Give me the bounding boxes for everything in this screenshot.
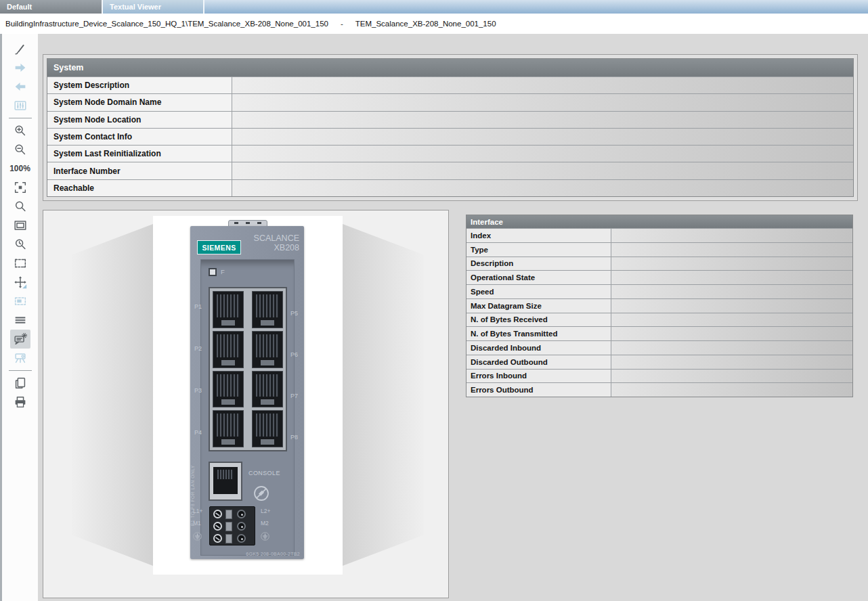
rj45-port (252, 291, 283, 328)
row-value[interactable] (232, 146, 853, 162)
port-label: P3 (194, 387, 202, 394)
tab-separator (203, 0, 204, 14)
breadcrumb-path[interactable]: BuildingInfrastructure_Device_Scalance_1… (5, 20, 328, 28)
layers-list-button[interactable] (10, 311, 30, 330)
zoom-out-button[interactable] (10, 140, 30, 159)
row-value[interactable] (232, 94, 853, 110)
table-row: Index (466, 228, 852, 242)
no-telephone-icon (253, 485, 270, 502)
fault-led (209, 268, 217, 276)
zoom-in-icon (13, 123, 28, 138)
row-label: System Node Domain Name (47, 94, 232, 110)
left-shadow-wing (72, 224, 153, 566)
back-button[interactable] (10, 77, 30, 96)
toolbar-divider (9, 118, 32, 118)
table-row: Description (466, 257, 852, 271)
table-row: Discarded Inbound (466, 340, 852, 355)
rj45-port (252, 371, 283, 408)
row-value[interactable] (611, 229, 852, 242)
pan-resize-button[interactable] (10, 273, 30, 292)
row-label: Reachable (47, 180, 232, 196)
row-value[interactable] (611, 299, 852, 313)
edit-tool-button[interactable] (10, 39, 30, 58)
row-value[interactable] (611, 271, 852, 284)
row-value[interactable] (611, 313, 852, 327)
table-row: Discarded Outbound (466, 355, 852, 369)
rj45-port (213, 371, 244, 408)
breadcrumb-separator: - (341, 20, 343, 28)
table-row: Interface Number (47, 162, 853, 179)
tab-default[interactable]: Default (0, 0, 102, 14)
terminal-label: L1+ (193, 508, 202, 514)
interface-table-body: Index Type Description Operational State (466, 228, 852, 397)
row-value[interactable] (232, 112, 853, 128)
row-value[interactable] (232, 77, 853, 93)
console-label: CONSOLE (248, 470, 280, 476)
magnifier-icon (13, 199, 28, 214)
rj45-port (252, 410, 283, 447)
row-value[interactable] (232, 129, 853, 145)
comment-settings-button[interactable] (10, 330, 30, 349)
right-shadow-wing (343, 224, 424, 566)
table-row: System Node Location (47, 111, 853, 128)
region-select-button[interactable] (10, 292, 30, 311)
row-value[interactable] (611, 383, 852, 397)
interface-table: Interface Index Type Description (466, 215, 853, 397)
zoom-level-indicator[interactable]: 100% (9, 159, 30, 178)
copy-pages-icon (13, 376, 28, 391)
port-label: P6 (290, 351, 298, 358)
row-value[interactable] (611, 327, 852, 340)
search-view-button[interactable] (10, 197, 30, 216)
interface-table-header: Interface (466, 215, 852, 228)
table-row: System Last Reinitialization (47, 145, 853, 162)
row-label: System Last Reinitialization (47, 146, 232, 162)
row-label: Discarded Outbound (466, 355, 611, 369)
row-label: Max Datagram Size (466, 299, 611, 313)
center-view-button[interactable] (10, 178, 30, 197)
row-label: N. of Bytes Received (466, 313, 611, 327)
port-label: P4 (194, 429, 202, 436)
row-value[interactable] (232, 162, 853, 179)
fit-window-button[interactable] (10, 216, 30, 235)
row-value[interactable] (611, 243, 852, 257)
row-label: Interface Number (47, 162, 232, 179)
comment-gear-icon (13, 332, 28, 347)
row-value[interactable] (611, 341, 852, 355)
selection-rect-button[interactable] (10, 254, 30, 273)
terminal-label: M1 (193, 520, 201, 527)
copy-pages-button[interactable] (10, 374, 30, 393)
row-value[interactable] (232, 180, 853, 196)
table-row: System Node Domain Name (47, 93, 853, 110)
print-icon (13, 395, 28, 409)
table-row: N. of Bytes Received (466, 313, 852, 327)
forward-button[interactable] (10, 58, 30, 77)
row-label: Speed (466, 285, 611, 298)
fit-window-icon (13, 218, 28, 233)
fault-led-label: F (221, 268, 225, 275)
table-row: System Contact Info (47, 128, 853, 145)
zoom-in-button[interactable] (10, 121, 30, 140)
zoom-history-icon (13, 237, 28, 252)
rj45-port (252, 331, 283, 368)
print-button[interactable] (10, 393, 30, 411)
filter-settings-button[interactable] (10, 96, 30, 115)
table-row: Errors Outbound (466, 382, 852, 397)
table-row: Type (466, 242, 852, 257)
row-value[interactable] (611, 257, 852, 271)
ground-icon (193, 532, 202, 541)
center-view-icon (13, 180, 28, 195)
camera-view-button[interactable] (10, 349, 30, 368)
application-window: Default Textual Viewer BuildingInfrastru… (0, 0, 868, 601)
toolbar-divider (9, 370, 32, 371)
terminal-label: M2 (261, 520, 269, 527)
breadcrumb-title: TEM_Scalance_XB-208_None_001_150 (355, 20, 496, 28)
table-row: Operational State (466, 270, 852, 284)
row-value[interactable] (611, 355, 852, 369)
tab-textual-viewer[interactable]: Textual Viewer (103, 0, 203, 14)
zoom-history-button[interactable] (10, 235, 30, 254)
port-label: P2 (194, 345, 202, 352)
row-value[interactable] (611, 370, 852, 383)
ground-icon (261, 532, 269, 541)
row-value[interactable] (611, 285, 852, 298)
row-label: Type (466, 243, 611, 257)
